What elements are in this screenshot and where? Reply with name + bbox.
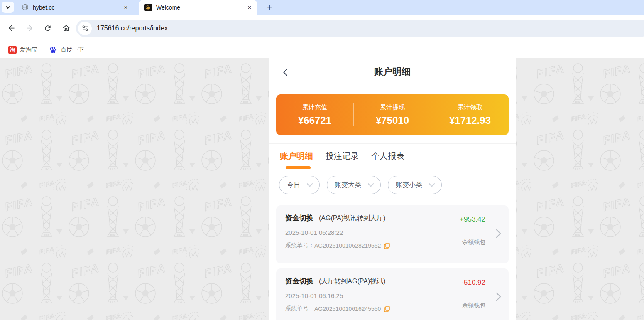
filter-label: 账变大类 xyxy=(335,181,361,190)
page-title: 账户明细 xyxy=(374,66,411,78)
reload-button[interactable] xyxy=(41,21,55,35)
taobao-icon: 淘 xyxy=(8,46,17,54)
chevron-right-icon[interactable] xyxy=(496,292,501,303)
active-tab-underline xyxy=(286,166,311,169)
transaction-list: 资金切换 (AG(PA)视讯转到大厅) 2025-10-01 06:28:22 … xyxy=(269,200,516,320)
home-button[interactable] xyxy=(59,21,73,35)
copy-icon[interactable] xyxy=(384,243,390,249)
transaction-amount: -510.92 xyxy=(461,278,485,287)
transaction-type: 资金切换 xyxy=(285,276,313,286)
transaction-row[interactable]: 资金切换 (AG(PA)视讯转到大厅) 2025-10-01 06:28:22 … xyxy=(276,205,509,263)
transaction-detail: (大厅转到AG(PA)视讯) xyxy=(319,277,386,286)
tab-close-button[interactable]: × xyxy=(122,4,130,11)
totals-card: 累计充值 ¥66721 累计提现 ¥75010 累计领取 ¥1712.93 xyxy=(276,94,509,135)
new-tab-button[interactable]: + xyxy=(264,2,275,13)
browser-tab-welcome[interactable]: Welcome × xyxy=(139,0,257,15)
stat-value: ¥1712.93 xyxy=(431,115,509,126)
baidu-paw-icon xyxy=(49,46,57,54)
panel-header: 账户明细 xyxy=(269,58,516,86)
reload-icon xyxy=(44,24,52,32)
stat-total-deposit: 累计充值 ¥66721 xyxy=(276,103,353,126)
globe-icon xyxy=(22,4,29,11)
bookmark-label: 爱淘宝 xyxy=(20,46,37,54)
tab-close-button[interactable]: × xyxy=(246,4,253,11)
tab-title: Welcome xyxy=(156,4,246,11)
transaction-detail: (AG(PA)视讯转到大厅) xyxy=(319,214,386,223)
chevron-down-icon xyxy=(368,183,374,187)
transaction-amount: +953.42 xyxy=(460,215,485,224)
account-detail-panel: 账户明细 累计充值 ¥66721 累计提现 ¥75010 累计领取 ¥1712.… xyxy=(269,58,516,320)
back-chevron-button[interactable] xyxy=(280,66,291,78)
report-tabs: 账户明细 投注记录 个人报表 xyxy=(269,144,516,175)
browser-tab-strip: hybet.cc × Welcome × + xyxy=(0,0,644,15)
filter-label: 今日 xyxy=(287,181,300,190)
tab-bet-records[interactable]: 投注记录 xyxy=(326,150,359,162)
tab-title: hybet.cc xyxy=(33,4,122,11)
filter-minor-type-dropdown[interactable]: 账变小类 xyxy=(388,176,442,194)
back-arrow-icon xyxy=(7,24,16,32)
back-button[interactable] xyxy=(4,21,18,35)
filter-row: 今日 账变大类 账变小类 xyxy=(269,175,516,200)
stat-label: 累计领取 xyxy=(431,103,509,111)
bookmark-label: 百度一下 xyxy=(61,46,84,54)
chevron-down-icon xyxy=(5,5,11,10)
wallet-type: 余额钱包 xyxy=(461,302,485,309)
chevron-left-icon xyxy=(281,68,290,77)
copy-icon[interactable] xyxy=(384,306,390,312)
filter-date-dropdown[interactable]: 今日 xyxy=(279,176,320,194)
transaction-row[interactable]: 资金切换 (大厅转到AG(PA)视讯) 2025-10-01 06:16:25 … xyxy=(276,268,509,320)
tab-account-detail[interactable]: 账户明细 xyxy=(280,150,313,162)
chevron-right-icon[interactable] xyxy=(496,229,501,240)
chevron-down-icon xyxy=(307,183,313,187)
stat-label: 累计提现 xyxy=(354,103,431,111)
page-viewport: FIFA FIFA FIFA xyxy=(0,58,644,320)
stats-section: 累计充值 ¥66721 累计提现 ¥75010 累计领取 ¥1712.93 xyxy=(269,86,516,144)
bookmark-baidu[interactable]: 百度一下 xyxy=(46,44,87,56)
wallet-type: 余额钱包 xyxy=(460,239,485,246)
tab-personal-report[interactable]: 个人报表 xyxy=(371,150,404,162)
chevron-down-icon xyxy=(429,183,435,187)
site-settings-button[interactable] xyxy=(78,22,92,35)
home-icon xyxy=(62,24,71,32)
bookmark-taobao[interactable]: 淘 爱淘宝 xyxy=(5,44,41,56)
browser-toolbar: 175616.cc/reports/index xyxy=(0,15,644,42)
filter-major-type-dropdown[interactable]: 账变大类 xyxy=(327,176,381,194)
site-settings-icon xyxy=(82,25,88,32)
stat-total-withdraw: 累计提现 ¥75010 xyxy=(354,103,431,126)
stat-value: ¥66721 xyxy=(276,115,353,126)
stat-label: 累计充值 xyxy=(276,103,353,111)
stat-value: ¥75010 xyxy=(354,115,431,126)
order-number-value: AG202510010628219552 xyxy=(314,242,381,249)
url-text[interactable]: 175616.cc/reports/index xyxy=(97,25,168,32)
welcome-favicon-icon xyxy=(144,4,152,11)
forward-arrow-icon xyxy=(25,24,34,32)
stat-total-claimed: 累计领取 ¥1712.93 xyxy=(431,103,509,126)
bookmarks-bar: 淘 爱淘宝 百度一下 xyxy=(0,42,644,58)
filter-label: 账变小类 xyxy=(396,181,422,190)
order-number-label: 系统单号： xyxy=(285,305,314,313)
tab-search-button[interactable] xyxy=(2,2,14,13)
forward-button[interactable] xyxy=(22,21,37,35)
address-bar[interactable]: 175616.cc/reports/index xyxy=(76,20,644,37)
order-number-value: AG202510010616245550 xyxy=(314,305,381,312)
transaction-type: 资金切换 xyxy=(285,213,313,223)
order-number-label: 系统单号： xyxy=(285,242,314,249)
browser-tab-hybet[interactable]: hybet.cc × xyxy=(16,0,134,15)
